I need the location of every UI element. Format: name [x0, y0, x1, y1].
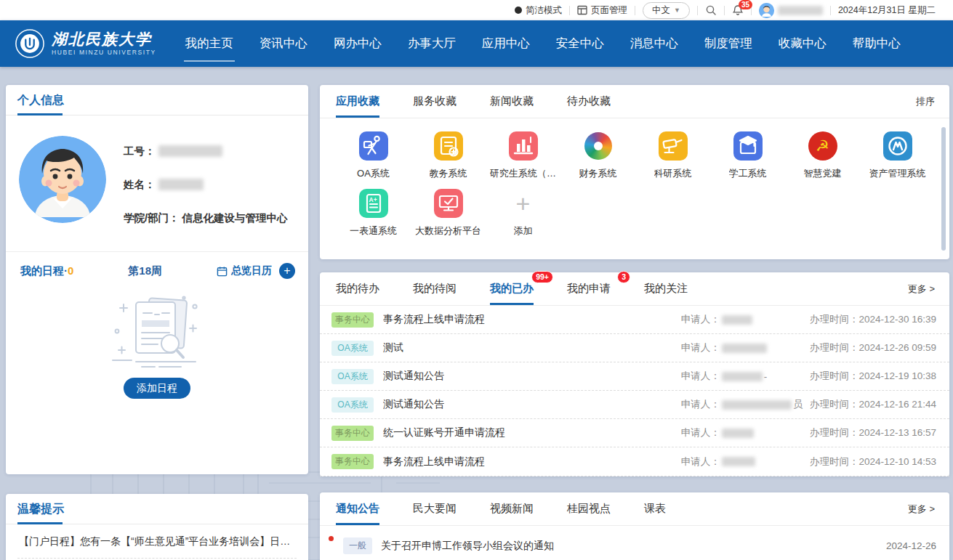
nav-item[interactable]: 消息中心 — [629, 30, 680, 57]
tasks-tab[interactable]: 我的待办 — [336, 272, 379, 305]
app-item[interactable]: 资产管理系统 — [860, 131, 935, 180]
news-list: 一般 关于召开申博工作领导小组会议的通知 2024-12-26 — [320, 530, 949, 560]
tasks-tab[interactable]: 我的待阅 — [413, 272, 457, 305]
university-brand[interactable]: 湖北民族大学 HUBEI MINZU UNIVERSITY — [15, 28, 156, 59]
app-item[interactable]: + 添加 — [486, 189, 560, 238]
tasks-tab[interactable]: 我的申请 3 — [567, 272, 611, 305]
table-row[interactable]: 事务中心 统一认证账号开通申请流程 申请人： 办理时间：2024-12-13 1… — [320, 419, 949, 447]
personal-info-card: 个人信息 工号： — [6, 85, 308, 474]
app-item[interactable]: ☭ 智慧党建 — [785, 131, 860, 180]
table-row[interactable]: 事务中心 事务流程上线申请流程 申请人： 办理时间：2024-12-30 16:… — [320, 306, 949, 334]
app-label: 一表通系统 — [350, 224, 397, 238]
applicant-redacted — [722, 344, 767, 353]
app-item[interactable]: OA系统 — [336, 131, 411, 180]
tips-list: 【门户日程】您有一条【“师生意见通”平台业务培训会】日… — [6, 524, 308, 559]
app-item[interactable]: 学工系统 — [710, 131, 785, 180]
page-manage-button[interactable]: 页面管理 — [577, 4, 627, 17]
favorites-tab[interactable]: 服务收藏 — [413, 85, 457, 118]
table-row[interactable]: OA系统 测试通知公告 申请人： 员 办理时间：2024-12-16 21:44 — [320, 391, 949, 419]
news-tab[interactable]: 通知公告 — [336, 492, 379, 525]
app-icon: + — [509, 189, 538, 218]
source-badge: 事务中心 — [331, 312, 374, 328]
task-title: 事务流程上线申请流程 — [383, 455, 485, 468]
app-icon — [434, 189, 463, 218]
news-tab[interactable]: 课表 — [644, 492, 666, 525]
nav-item[interactable]: 办事大厅 — [406, 30, 457, 57]
avatar — [759, 3, 774, 18]
nav-item[interactable]: 网办中心 — [332, 30, 383, 57]
tips-card: 温馨提示 【门户日程】您有一条【“师生意见通”平台业务培训会】日… — [6, 494, 308, 560]
calendar-overview-link[interactable]: 总览日历 — [217, 264, 272, 277]
app-icon — [733, 131, 763, 161]
nav-item[interactable]: 安全中心 — [555, 30, 606, 57]
news-more-link[interactable]: 更多 > — [908, 503, 935, 516]
nav-item[interactable]: 资讯中心 — [258, 30, 309, 57]
app-label: 添加 — [514, 224, 533, 238]
handle-time-cell: 办理时间：2024-12-10 14:53 — [810, 455, 936, 468]
task-title: 事务流程上线申请流程 — [383, 313, 485, 326]
name-label: 姓名： — [124, 179, 156, 190]
add-schedule-plus-button[interactable]: + — [279, 263, 295, 279]
tasks-tab[interactable]: 我的关注 — [644, 272, 688, 305]
list-item[interactable]: 一般 关于召开申博工作领导小组会议的通知 2024-12-26 — [331, 530, 936, 560]
main-navbar: 湖北民族大学 HUBEI MINZU UNIVERSITY 我的主页 资讯中心 … — [0, 20, 953, 67]
news-tab[interactable]: 视频新闻 — [490, 492, 534, 525]
notifications-button[interactable]: 35 — [732, 4, 744, 16]
profile-fields: 工号： 姓名： 学院/部门： 信息化建设与管理中心 — [124, 136, 288, 225]
app-item[interactable]: 大数据分析平台 — [411, 189, 486, 238]
avatar — [19, 136, 106, 223]
sort-button[interactable]: 排序 — [916, 95, 935, 108]
task-title: 测试 — [383, 341, 403, 354]
favorites-tab[interactable]: 新闻收藏 — [490, 85, 534, 118]
task-title: 测试通知公告 — [383, 398, 444, 411]
table-row[interactable]: 事务中心 事务流程上线申请流程 申请人： 办理时间：2024-12-10 14:… — [320, 447, 949, 476]
employee-id-label: 工号： — [124, 145, 156, 157]
favorites-tab[interactable]: 待办收藏 — [567, 85, 611, 118]
tasks-card: 我的待办 我的待阅 我的已办 99+ 我的申请 3 — [320, 272, 949, 476]
list-item[interactable]: 【门户日程】您有一条【“师生意见通”平台业务培训会】日… — [17, 524, 297, 559]
favorites-tabs: 应用收藏服务收藏新闻收藏待办收藏 — [336, 85, 644, 118]
divider — [724, 6, 725, 15]
language-value: 中文 — [652, 4, 670, 17]
nav-item[interactable]: 帮助中心 — [851, 30, 902, 57]
language-select[interactable]: 中文 ▼ — [643, 2, 690, 19]
news-tab[interactable]: 民大要闻 — [413, 492, 457, 525]
search-button[interactable] — [705, 4, 717, 16]
app-item[interactable]: 研究生系统（… — [486, 131, 560, 180]
handle-time-cell: 办理时间：2024-12-30 16:39 — [810, 313, 936, 326]
table-row[interactable]: OA系统 测试 申请人： 办理时间：2024-12-26 09:59 — [320, 334, 949, 362]
tasks-more-link[interactable]: 更多 > — [908, 283, 935, 296]
nav-item[interactable]: 我的主页 — [184, 30, 235, 57]
favorites-tabrow: 应用收藏服务收藏新闻收藏待办收藏 排序 — [320, 85, 949, 118]
personal-info-header: 个人信息 — [6, 85, 308, 115]
simple-mode-toggle[interactable]: 简洁模式 — [515, 4, 562, 17]
svg-text:A+: A+ — [369, 196, 377, 203]
table-row[interactable]: OA系统 测试通知公告 申请人： - 办理时间：2024-12-19 10:38 — [320, 362, 949, 391]
user-menu[interactable] — [759, 3, 823, 18]
app-item[interactable]: A+ 一表通系统 — [336, 189, 411, 238]
nav-item[interactable]: 制度管理 — [703, 30, 754, 57]
handle-time-cell: 办理时间：2024-12-13 16:57 — [810, 426, 936, 439]
add-schedule-button[interactable]: 添加日程 — [124, 378, 190, 399]
app-item[interactable]: 科研系统 — [635, 131, 710, 180]
app-grid: OA系统 教务系统 研究生系统（… 财务系统 科研系统 — [320, 118, 949, 238]
news-card: 通知公告民大要闻视频新闻桂园视点课表 更多 > 一般 关于召开申博工作领导小组会… — [320, 492, 949, 560]
news-tab[interactable]: 桂园视点 — [567, 492, 611, 525]
app-item[interactable]: 教务系统 — [411, 131, 486, 180]
applicant-cell: 申请人： — [681, 426, 810, 439]
source-badge: OA系统 — [331, 341, 374, 356]
app-item[interactable]: 财务系统 — [560, 131, 635, 180]
university-emblem-icon — [15, 28, 45, 59]
week-number: 第18周 — [128, 264, 162, 278]
tasks-tab[interactable]: 我的已办 99+ — [490, 272, 534, 305]
favorites-tab[interactable]: 应用收藏 — [336, 85, 379, 118]
applicant-redacted — [722, 457, 755, 466]
applicant-redacted — [722, 429, 754, 438]
task-title: 统一认证账号开通申请流程 — [383, 426, 505, 439]
scrollbar[interactable] — [941, 127, 946, 251]
employee-id-redacted — [158, 145, 222, 157]
source-badge: OA系统 — [331, 369, 374, 384]
nav-item[interactable]: 应用中心 — [480, 30, 531, 57]
news-title: 关于召开申博工作领导小组会议的通知 — [381, 540, 876, 553]
nav-item[interactable]: 收藏中心 — [777, 30, 828, 57]
